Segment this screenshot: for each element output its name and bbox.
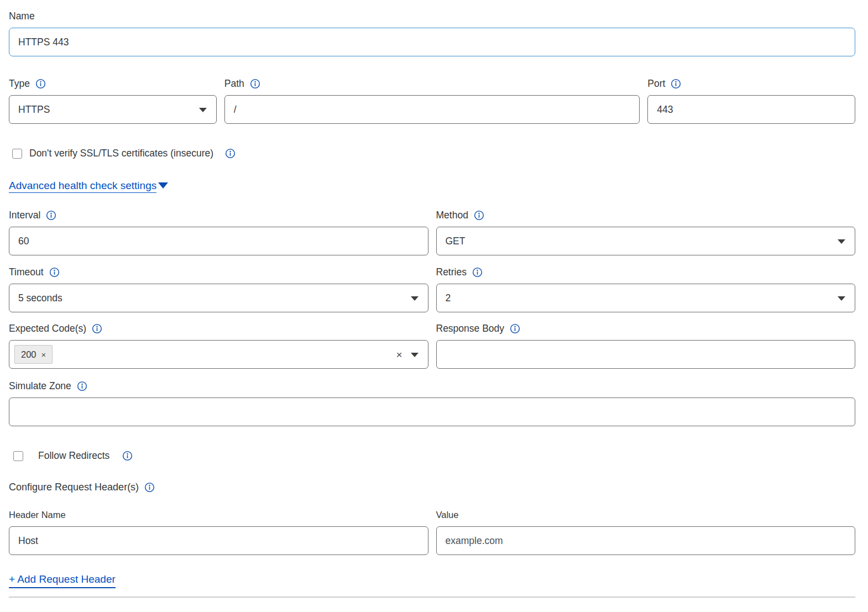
path-field-group: Path (224, 77, 640, 124)
method-select[interactable]: GET (436, 227, 856, 255)
interval-label: Interval (9, 209, 40, 221)
ssl-verify-checkbox[interactable] (12, 149, 22, 159)
chevron-down-icon (838, 296, 845, 301)
info-icon[interactable] (46, 210, 56, 221)
header-name-input[interactable] (9, 526, 428, 555)
type-label: Type (9, 77, 30, 90)
chevron-down-icon (411, 353, 419, 357)
clear-icon[interactable]: × (396, 349, 402, 360)
timeout-field-group: Timeout 5 seconds (9, 266, 428, 312)
retries-label: Retries (436, 266, 467, 278)
retries-field-group: Retries 2 (436, 266, 856, 312)
name-label: Name (9, 10, 35, 22)
name-field-group: Name (9, 10, 855, 56)
interval-field-group: Interval (9, 209, 428, 255)
codes-body-row: Expected Code(s) 200 × × Response Body (9, 322, 855, 369)
header-value-label: Value (436, 509, 459, 521)
section-divider (9, 597, 855, 598)
timeout-select[interactable]: 5 seconds (9, 284, 428, 312)
header-value-input[interactable] (436, 526, 856, 555)
info-icon[interactable] (92, 323, 102, 334)
info-icon[interactable] (77, 381, 87, 391)
type-field-group: Type HTTPS (9, 77, 217, 124)
configure-headers-heading: Configure Request Header(s) (9, 481, 855, 493)
path-input[interactable] (224, 95, 640, 124)
method-label: Method (436, 209, 468, 221)
add-request-header-link[interactable]: + Add Request Header (9, 573, 116, 588)
ssl-verify-label: Don't verify SSL/TLS certificates (insec… (29, 148, 213, 159)
simulate-zone-field-group: Simulate Zone (9, 380, 855, 426)
port-input[interactable] (647, 95, 855, 124)
chevron-down-icon (411, 296, 419, 301)
response-body-input[interactable] (436, 340, 856, 369)
interval-method-row: Interval Method GET (9, 209, 855, 255)
simulate-zone-input[interactable] (9, 397, 855, 426)
follow-redirects-label: Follow Redirects (38, 450, 109, 462)
port-field-group: Port (647, 77, 855, 124)
info-icon[interactable] (474, 210, 484, 221)
timeout-selected-value: 5 seconds (18, 292, 62, 304)
advanced-settings-link[interactable]: Advanced health check settings (9, 180, 156, 193)
info-icon[interactable] (122, 451, 133, 461)
follow-redirects-checkbox[interactable] (13, 451, 23, 461)
chevron-down-icon (199, 108, 207, 112)
add-header-row: + Add Request Header (9, 573, 855, 588)
chevron-down-icon (838, 239, 845, 244)
expected-codes-label: Expected Code(s) (9, 322, 86, 334)
timeout-label: Timeout (9, 266, 44, 278)
port-label: Port (647, 77, 665, 90)
type-selected-value: HTTPS (18, 104, 50, 116)
info-icon[interactable] (225, 148, 236, 159)
remove-tag-icon[interactable]: × (41, 350, 46, 359)
info-icon[interactable] (35, 79, 46, 89)
header-row: Header Name Value (9, 509, 855, 555)
name-input[interactable] (9, 28, 855, 56)
retries-select[interactable]: 2 (436, 284, 856, 312)
follow-redirects-row: Follow Redirects (13, 450, 855, 462)
header-value-field-group: Value (436, 509, 856, 555)
expected-codes-field-group: Expected Code(s) 200 × × (9, 322, 428, 369)
advanced-settings-row: Advanced health check settings (9, 180, 855, 192)
info-icon[interactable] (144, 482, 155, 493)
code-tag-value: 200 (21, 349, 36, 360)
code-tag[interactable]: 200 × (14, 345, 53, 364)
type-select[interactable]: HTTPS (9, 95, 217, 124)
info-icon[interactable] (671, 79, 681, 89)
method-selected-value: GET (446, 236, 466, 247)
caret-down-icon (158, 182, 168, 189)
timeout-retries-row: Timeout 5 seconds Retries 2 (9, 266, 855, 312)
method-field-group: Method GET (436, 209, 856, 255)
ssl-verify-checkbox-row: Don't verify SSL/TLS certificates (insec… (12, 148, 855, 159)
response-body-field-group: Response Body (436, 322, 856, 369)
info-icon[interactable] (510, 323, 520, 334)
info-icon[interactable] (250, 79, 260, 89)
interval-input[interactable] (9, 227, 428, 255)
header-name-field-group: Header Name (9, 509, 428, 555)
simulate-zone-label: Simulate Zone (9, 380, 71, 392)
configure-headers-label: Configure Request Header(s) (9, 481, 139, 493)
path-label: Path (224, 77, 244, 90)
response-body-label: Response Body (436, 322, 505, 334)
retries-selected-value: 2 (446, 292, 451, 304)
expected-codes-multiselect[interactable]: 200 × × (9, 340, 428, 369)
info-icon[interactable] (472, 267, 483, 278)
type-path-port-row: Type HTTPS Path Port (9, 77, 855, 124)
header-name-label: Header Name (9, 509, 66, 521)
info-icon[interactable] (49, 267, 60, 278)
